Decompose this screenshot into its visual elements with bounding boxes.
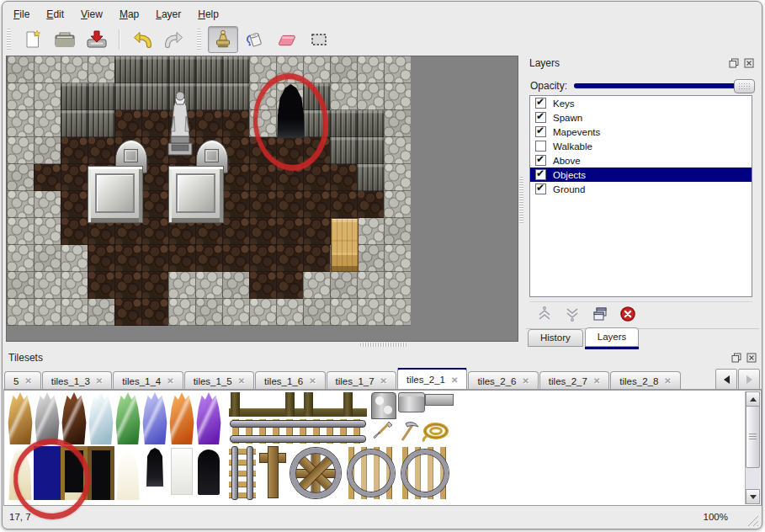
tile-dark-rock-wall[interactable] <box>141 56 168 83</box>
tile-light-rock-wall[interactable] <box>34 110 61 137</box>
tile-brown-floor[interactable] <box>249 272 276 299</box>
tile-dark-rock-wall[interactable] <box>61 83 88 110</box>
tile-selected-navy-tile[interactable] <box>34 446 61 500</box>
tile-light-rock-wall[interactable] <box>88 56 114 83</box>
tile-light-rock-wall[interactable] <box>7 218 34 245</box>
layer-row-mapevents[interactable]: Mapevents <box>530 125 752 139</box>
layer-row-spawn[interactable]: Spawn <box>530 110 752 125</box>
undo-button[interactable] <box>127 26 157 53</box>
rail-vertical-tile[interactable] <box>229 446 256 500</box>
tile-light-rock-wall[interactable] <box>61 245 88 272</box>
tile-light-rock-wall[interactable] <box>222 272 249 299</box>
tile-light-rock-wall[interactable] <box>384 191 411 218</box>
tileset-tab-tiles_2_1[interactable]: tiles_2_1✕ <box>397 368 467 390</box>
crystal-gold-tile[interactable] <box>7 392 34 444</box>
rail-loop-tile[interactable] <box>345 447 397 499</box>
scroll-tabs-right-button[interactable] <box>738 369 760 391</box>
tile-brown-floor[interactable] <box>276 272 303 299</box>
tile-brown-floor[interactable] <box>276 218 303 245</box>
tile-brown-floor[interactable] <box>88 272 114 299</box>
door-frame-tile[interactable] <box>61 446 88 500</box>
tile-brown-floor[interactable] <box>276 137 303 164</box>
tile-light-rock-wall[interactable] <box>34 191 61 218</box>
tile-brown-floor[interactable] <box>330 164 357 191</box>
tile-dark-rock-wall[interactable] <box>330 110 357 137</box>
tileset-tab-tiles_2_7[interactable]: tiles_2_7✕ <box>539 371 609 390</box>
wood-frame-posts-tile[interactable] <box>229 392 367 418</box>
tile-brown-floor[interactable] <box>168 245 195 272</box>
tab-close-icon[interactable]: ✕ <box>238 376 245 386</box>
tile-light-rock-wall[interactable] <box>357 299 384 326</box>
layer-list[interactable]: KeysSpawnMapeventsWalkableAboveObjectsGr… <box>529 95 752 297</box>
stamp-tool-button[interactable] <box>208 26 238 53</box>
tile-light-rock-wall[interactable] <box>168 272 195 299</box>
scroll-down-button[interactable] <box>746 489 760 504</box>
tile-light-rock-wall[interactable] <box>357 272 384 299</box>
tab-close-icon[interactable]: ✕ <box>451 375 458 385</box>
raise-layer-icon[interactable] <box>534 305 555 323</box>
tile-dark-rock-wall[interactable] <box>61 110 88 137</box>
tile-dark-rock-wall[interactable] <box>88 83 114 110</box>
tile-light-rock-wall[interactable] <box>88 299 114 326</box>
tile-brown-floor[interactable] <box>195 245 222 272</box>
toolbar-drag-handle[interactable] <box>197 29 201 51</box>
tab-close-icon[interactable]: ✕ <box>309 376 316 386</box>
rail-horizontal-tile[interactable] <box>229 419 367 444</box>
tile-light-rock-wall[interactable] <box>195 299 222 326</box>
tile-light-rock-wall[interactable] <box>384 299 411 326</box>
tile-dark-rock-wall[interactable] <box>357 137 384 164</box>
vertical-splitter-handle[interactable] <box>519 177 523 224</box>
crystal-green-tile[interactable] <box>114 392 141 444</box>
tile-light-rock-wall[interactable] <box>384 110 411 137</box>
tile-brown-floor[interactable] <box>61 218 88 245</box>
tile-light-rock-wall[interactable] <box>249 56 276 83</box>
tile-light-rock-wall[interactable] <box>276 299 303 326</box>
layer-visibility-checkbox[interactable] <box>535 141 546 152</box>
tile-brown-floor[interactable] <box>303 245 330 272</box>
tile-light-rock-wall[interactable] <box>249 83 276 110</box>
tile-dark-rock-wall[interactable] <box>88 110 114 137</box>
layer-row-above[interactable]: Above <box>530 153 752 168</box>
cave-arch-tile[interactable] <box>195 446 222 500</box>
tile-brown-floor[interactable] <box>249 245 276 272</box>
rail-loop-tile[interactable] <box>399 447 451 499</box>
door-frame-dark-tile[interactable] <box>88 446 114 500</box>
select-tool-button[interactable] <box>304 26 334 53</box>
tile-light-rock-wall[interactable] <box>249 299 276 326</box>
tileset-scrollbar[interactable] <box>745 391 760 504</box>
cart-wheel-tile[interactable] <box>290 447 342 499</box>
tile-brown-floor[interactable] <box>195 110 222 137</box>
tile-brown-floor[interactable] <box>249 218 276 245</box>
tile-light-rock-wall[interactable] <box>34 83 61 110</box>
tab-close-icon[interactable]: ✕ <box>593 376 600 386</box>
block-white-tile[interactable] <box>168 446 195 500</box>
tile-brown-floor[interactable] <box>249 191 276 218</box>
horizontal-splitter-handle[interactable] <box>360 343 407 347</box>
crystal-orange-tile[interactable] <box>168 392 195 444</box>
lower-layer-icon[interactable] <box>562 305 582 323</box>
tile-light-rock-wall[interactable] <box>61 299 88 326</box>
tab-close-icon[interactable]: ✕ <box>167 376 173 386</box>
tile-light-rock-wall[interactable] <box>357 218 384 245</box>
crystal-ice-tile[interactable] <box>88 392 114 444</box>
statue-object[interactable] <box>164 82 196 157</box>
tile-light-rock-wall[interactable] <box>384 137 411 164</box>
tileset-tab-tiles_1_3[interactable]: tiles_1_3✕ <box>42 371 112 390</box>
tile-light-rock-wall[interactable] <box>61 56 88 83</box>
layer-row-walkable[interactable]: Walkable <box>530 139 752 153</box>
crystal-blueviolet-tile[interactable] <box>141 392 168 444</box>
tileset-tab-tiles_1_5[interactable]: tiles_1_5✕ <box>184 371 254 390</box>
skull-pillar-tile[interactable] <box>371 392 396 419</box>
rock-pale-tile[interactable] <box>7 446 34 500</box>
tile-brown-floor[interactable] <box>141 299 168 326</box>
tile-light-rock-wall[interactable] <box>7 272 34 299</box>
tile-light-rock-wall[interactable] <box>330 272 357 299</box>
layer-visibility-checkbox[interactable] <box>535 155 546 166</box>
layer-visibility-checkbox[interactable] <box>535 112 546 123</box>
tile-brown-floor[interactable] <box>34 164 61 191</box>
tile-light-rock-wall[interactable] <box>195 272 222 299</box>
redo-button[interactable] <box>159 26 189 53</box>
resize-grip[interactable] <box>746 514 758 526</box>
tile-brown-floor[interactable] <box>330 191 357 218</box>
tile-brown-floor[interactable] <box>222 218 249 245</box>
